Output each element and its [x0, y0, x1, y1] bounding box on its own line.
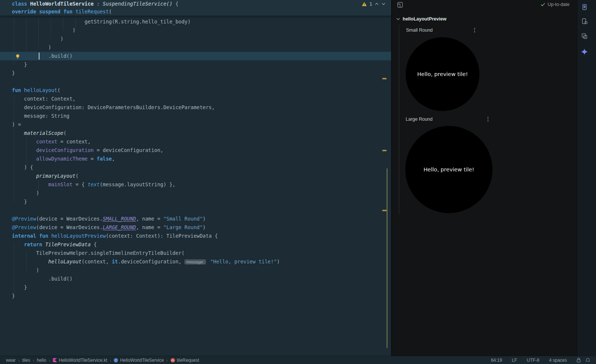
code-area[interactable]: getString(R.string.hello_tile_body) ) ) … [0, 18, 391, 300]
code-line[interactable]: } [0, 69, 391, 77]
preview-options-menu-icon[interactable] [472, 27, 478, 33]
code-line[interactable]: ) = [0, 120, 391, 129]
code-line[interactable]: ) [0, 43, 391, 52]
code-line[interactable]: TilePreviewHelper.singleTimelineEntryTil… [0, 249, 391, 257]
gemini-button[interactable] [579, 47, 590, 57]
code-token: , name = [136, 216, 163, 222]
code-token: SuspendingTileService() [103, 1, 172, 7]
right-tool-window-stripe [577, 0, 596, 356]
code-token: } [12, 199, 27, 205]
caret-position-widget[interactable]: 64:19 [491, 358, 502, 363]
code-token: ) [12, 267, 39, 273]
code-line[interactable]: ) [0, 35, 391, 43]
code-line[interactable]: allowDynamicTheme = false, [0, 155, 391, 163]
error-stripe-mark[interactable] [382, 78, 387, 79]
code-token: TilePreviewHelper.singleTimelineEntryTil… [12, 250, 184, 256]
code-line[interactable]: fun helloLayout( [0, 86, 391, 95]
code-line[interactable] [0, 206, 391, 215]
code-token: { [172, 1, 178, 7]
code-line[interactable]: .build() [0, 52, 391, 60]
method-icon: m [171, 358, 175, 363]
inspections-widget[interactable]: 1 [359, 1, 388, 7]
code-token: , name = [136, 224, 163, 230]
code-token: (device = WearDevices. [36, 216, 103, 222]
split-preview-panel: Up-to-date helloLayoutPreview Small Roun… [392, 0, 577, 356]
code-token: context [36, 139, 57, 145]
line-separator-widget[interactable]: LF [512, 358, 517, 363]
code-token: ) [203, 224, 206, 230]
code-line[interactable]: @Preview(device = WearDevices.LARGE_ROUN… [0, 223, 391, 232]
code-line[interactable]: ) { [0, 163, 391, 172]
code-line[interactable]: context = context, [0, 137, 391, 146]
code-editor[interactable]: getString(R.string.hello_tile_body) ) ) … [0, 0, 391, 356]
breadcrumb-separator: › [110, 358, 111, 363]
running-devices-button[interactable] [579, 2, 590, 12]
code-line[interactable]: .build() [0, 275, 391, 283]
code-line[interactable]: @Preview(device = WearDevices.SMALL_ROUN… [0, 215, 391, 223]
next-highlight-icon[interactable] [381, 3, 386, 5]
intention-bulb-icon[interactable] [15, 53, 20, 58]
code-line[interactable]: primaryLayout( [0, 172, 391, 180]
preview-layout-icon[interactable] [397, 2, 403, 8]
code-line[interactable]: message: String [0, 112, 391, 120]
code-token: tileRequest [76, 9, 109, 15]
code-line[interactable]: mainSlot = { text(message.layoutString) … [0, 180, 391, 189]
code-line[interactable]: } [0, 60, 391, 69]
code-token: message: String [12, 113, 69, 119]
code-line[interactable]: helloLayout(context, it.deviceConfigurat… [0, 257, 391, 266]
encoding-widget[interactable]: UTF-8 [527, 358, 539, 363]
code-line[interactable]: class HelloWorldTileService : Suspending… [0, 0, 391, 8]
preview-group-header[interactable]: helloLayoutPreview [396, 16, 446, 22]
breadcrumb-item-class[interactable]: C HelloWorldTileService [114, 358, 164, 363]
code-token: "Small Round" [163, 216, 203, 222]
lock-icon[interactable] [577, 358, 581, 363]
code-line[interactable]: internal fun helloLayoutPreview(context:… [0, 232, 391, 240]
code-token: } [12, 284, 27, 290]
tile-preview-small-round[interactable]: Hello, preview tile! [406, 37, 479, 111]
sticky-lines-header[interactable]: class HelloWorldTileService : Suspending… [0, 0, 391, 16]
code-line[interactable]: ) [0, 189, 391, 197]
device-manager-button[interactable] [579, 16, 590, 26]
preview-name-large-round: Large Round [406, 117, 432, 122]
code-token: = { [73, 181, 88, 187]
device-manager-icon [581, 18, 588, 25]
breadcrumb-separator: › [18, 358, 20, 363]
code-token: fun [12, 87, 24, 93]
indent-widget[interactable]: 4 spaces [549, 358, 567, 363]
warning-icon [362, 2, 367, 6]
code-token: helloLayout [24, 87, 57, 93]
scrollbar-indicator[interactable] [387, 168, 387, 348]
code-line[interactable]: } [0, 292, 391, 300]
code-line[interactable]: materialScope( [0, 129, 391, 137]
code-line[interactable]: getString(R.string.hello_tile_body) [0, 18, 391, 26]
code-line[interactable]: context: Context, [0, 95, 391, 103]
code-line[interactable]: ) [0, 266, 391, 275]
code-token: ( [109, 9, 112, 15]
code-line[interactable]: } [0, 197, 391, 206]
notifications-icon[interactable] [586, 358, 590, 363]
breadcrumb-item-file[interactable]: HelloWorldTileService.kt [53, 358, 107, 363]
code-line[interactable]: deviceConfiguration = deviceConfiguratio… [0, 146, 391, 155]
preview-options-menu-icon[interactable] [485, 116, 491, 122]
class-icon: C [114, 358, 118, 363]
breadcrumb-item[interactable]: wear [6, 358, 16, 363]
code-line[interactable]: } [0, 283, 391, 292]
code-line[interactable]: override suspend fun tileRequest( [0, 8, 391, 16]
breadcrumb-separator: › [167, 358, 168, 363]
code-line[interactable] [0, 77, 391, 86]
breadcrumb-item[interactable]: tiles [22, 358, 30, 363]
error-stripe-mark[interactable] [382, 150, 387, 151]
error-stripe-mark[interactable] [382, 210, 387, 211]
code-token: } [12, 293, 15, 299]
code-line[interactable]: return TilePreviewData { [0, 240, 391, 249]
code-line[interactable]: ) [0, 26, 391, 35]
breadcrumb-item-function[interactable]: m tileRequest [171, 358, 199, 363]
breadcrumb-item[interactable]: hello [37, 358, 46, 363]
prev-highlight-icon[interactable] [375, 3, 379, 5]
code-token [12, 156, 36, 162]
code-token [12, 259, 48, 265]
tile-preview-large-round[interactable]: Hello, preview tile! [405, 126, 492, 213]
code-token: materialScope [24, 130, 64, 136]
code-line[interactable]: deviceConfiguration: DeviceParametersBui… [0, 103, 391, 112]
layout-inspector-button[interactable] [579, 31, 590, 41]
